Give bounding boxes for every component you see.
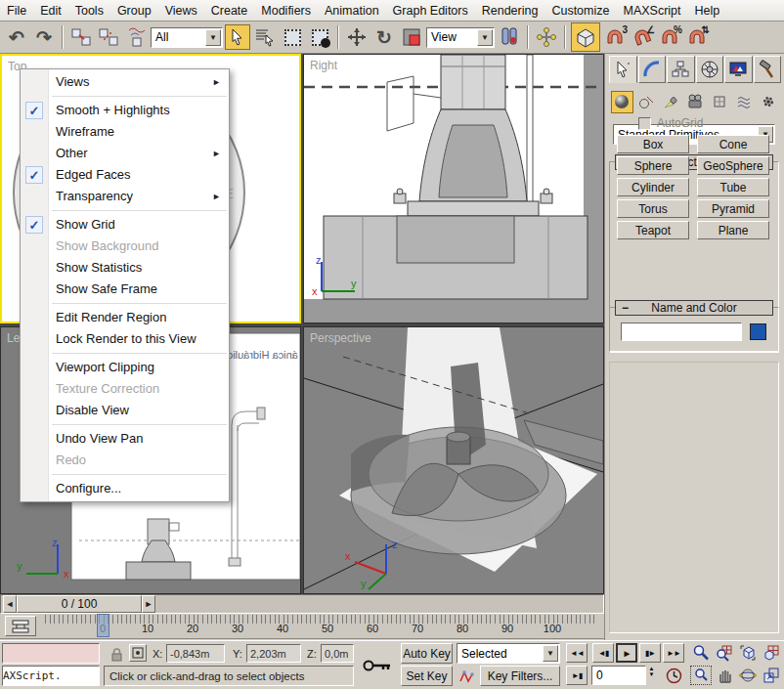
unlink-icon[interactable] [96,24,121,50]
play-button[interactable]: ► [616,643,637,663]
selection-filter-dropdown[interactable]: All ▼ [151,27,223,48]
zoom-all-icon[interactable] [714,643,735,663]
zoom-extents-icon[interactable] [737,643,759,663]
goto-start-button[interactable]: ◄◄ [566,643,588,663]
tab-hierarchy[interactable] [667,56,695,83]
select-link-icon[interactable] [68,24,94,50]
ctx-show-statistics[interactable]: Show Statistics [21,257,229,279]
dropdown-arrow-icon[interactable]: ▼ [543,645,558,662]
crossing-selection-icon[interactable] [307,24,332,50]
ctx-views[interactable]: Views► [21,71,229,93]
next-frame-button[interactable]: ▮► [639,643,661,663]
spacewarps-category-icon[interactable] [732,91,755,113]
menu-graph-editors[interactable]: Graph Editors [386,0,475,21]
menu-customize[interactable]: Customize [544,0,616,21]
object-color-swatch[interactable] [750,323,766,340]
cone-button[interactable]: Cone [697,135,769,153]
maxscript-listener-line[interactable]: AXScript. [2,666,100,686]
current-frame-field[interactable]: 0 [591,666,646,685]
plane-button[interactable]: Plane [697,221,769,239]
menu-edit[interactable]: Edit [33,0,68,21]
autogrid-checkbox[interactable] [638,117,651,130]
prev-frame-arrow[interactable]: ◄ [3,595,17,613]
menu-rendering[interactable]: Rendering [475,0,545,21]
region-zoom-icon[interactable] [690,666,712,685]
tab-utilities[interactable] [754,56,782,83]
percent-snap-icon[interactable]: % [657,24,682,50]
menu-help[interactable]: Help [688,0,727,21]
pan-hand-icon[interactable] [714,666,735,685]
ctx-transparency[interactable]: Transparency► [21,186,229,207]
next-frame-arrow[interactable]: ► [142,595,155,613]
systems-category-icon[interactable] [757,91,779,113]
selection-set-dropdown[interactable]: Selected ▼ [457,643,560,664]
helpers-category-icon[interactable] [708,91,730,113]
ctx-show-safe-frame[interactable]: Show Safe Frame [21,279,229,300]
ctx-show-grid[interactable]: ✓Show Grid [21,214,229,236]
redo-icon[interactable]: ↷ [31,24,57,50]
mini-curve-editor-button[interactable] [5,616,36,636]
torus-button[interactable]: Torus [617,199,689,218]
zoom-icon[interactable] [690,643,712,663]
ctx-undo-view-pan[interactable]: Undo View Pan [21,428,229,450]
geometry-category-button[interactable] [611,91,633,113]
menu-tools[interactable]: Tools [68,0,110,21]
menu-views[interactable]: Views [158,0,204,21]
dropdown-arrow-icon[interactable]: ▼ [477,29,493,46]
box-button[interactable]: Box [617,135,689,153]
spinner-down-icon[interactable]: ▼ [646,671,657,677]
y-coordinate-field[interactable]: 2,203m [246,644,301,663]
tab-create[interactable] [609,56,637,83]
key-mode-toggle-button[interactable]: ►▮ [566,666,588,685]
tab-display[interactable] [724,56,753,83]
default-in-out-tangent-icon[interactable] [457,667,478,686]
shapes-category-icon[interactable] [635,91,658,113]
select-by-name-icon[interactable] [252,24,278,50]
ref-coord-dropdown[interactable]: View ▼ [426,27,495,48]
teapot-button[interactable]: Teapot [617,221,689,239]
name-color-rollout[interactable]: − Name and Color [615,300,773,316]
snaps-cube-button[interactable] [571,22,600,52]
tube-button[interactable]: Tube [697,178,769,196]
set-key-mode-button[interactable] [358,644,397,686]
viewport-right[interactable]: Right [303,54,604,323]
lights-category-icon[interactable] [660,91,682,113]
menu-file[interactable]: File [0,0,33,21]
scale-icon[interactable] [399,24,424,50]
ctx-viewport-clipping[interactable]: Viewport Clipping [21,357,229,378]
dropdown-arrow-icon[interactable]: ▼ [205,29,221,46]
select-manipulate-icon[interactable] [534,24,559,50]
spinner-snap-icon[interactable]: ⇅ [684,24,710,50]
rotate-icon[interactable]: ↻ [371,24,397,50]
ctx-edit-render-region[interactable]: Edit Render Region [21,307,229,328]
viewport-perspective[interactable]: Perspective [303,326,604,594]
key-filters-button[interactable]: Key Filters... [480,666,560,686]
menu-maxscript[interactable]: MAXScript [616,0,687,21]
ctx-wireframe[interactable]: Wireframe [21,121,229,143]
cameras-category-icon[interactable] [684,91,707,113]
time-slider-handle[interactable] [97,614,109,637]
move-icon[interactable] [344,24,370,50]
arc-rotate-icon[interactable] [737,666,759,685]
select-object-button[interactable] [225,24,250,50]
bind-spacewarp-icon[interactable] [123,24,149,50]
selection-lock-icon[interactable] [106,645,127,665]
ctx-disable-view[interactable]: Disable View [21,400,229,421]
angle-snap-icon[interactable]: ∠ [630,24,655,50]
prev-frame-button[interactable]: ◄▮ [592,643,614,663]
ctx-smooth-highlights[interactable]: ✓Smooth + Highlights [21,100,229,121]
snap-toggle-icon[interactable]: 3 [602,24,628,50]
absolute-mode-toggle[interactable] [129,644,147,662]
ctx-lock-render[interactable]: Lock Render to this View [21,328,229,350]
cylinder-button[interactable]: Cylinder [617,178,689,196]
menu-group[interactable]: Group [110,0,158,21]
track-bar[interactable]: 0102030405060708090100 [0,614,604,639]
tab-motion[interactable] [696,56,724,83]
ctx-other[interactable]: Other► [21,143,229,164]
maximize-viewport-toggle-icon[interactable] [761,666,782,685]
sphere-button[interactable]: Sphere [617,156,689,175]
menu-animation[interactable]: Animation [318,0,386,21]
auto-key-button[interactable]: Auto Key [401,643,453,664]
set-key-button[interactable]: Set Key [401,666,453,686]
frame-spinner[interactable]: ▲ ▼ [646,666,657,685]
